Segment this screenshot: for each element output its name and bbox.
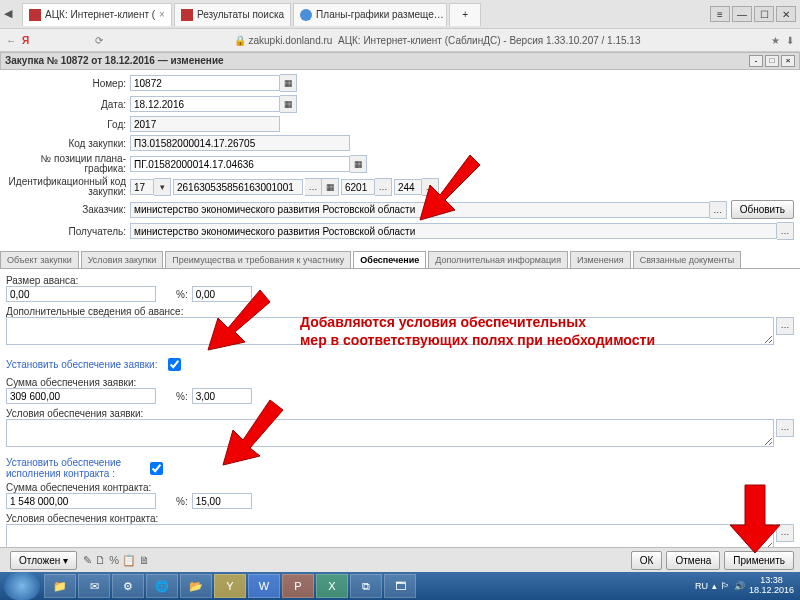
label-ust-zayavka: Установить обеспечение заявки:: [6, 359, 157, 370]
search-icon[interactable]: Я: [22, 35, 29, 46]
toolbar-icons[interactable]: ✎ 🗋 % 📋 🗎: [83, 554, 150, 567]
maximize-icon[interactable]: ☐: [754, 6, 774, 22]
taskbar-app[interactable]: 🌐: [146, 574, 178, 598]
tray-sound-icon[interactable]: 🔊: [734, 581, 745, 591]
arrow-icon: [215, 400, 285, 472]
browser-tab-strip: ◀ АЦК: Интернет-клиент (× Результаты пои…: [0, 0, 800, 29]
download-icon[interactable]: ⬇: [786, 35, 794, 46]
minimize-icon[interactable]: —: [732, 6, 752, 22]
taskbar-app[interactable]: W: [248, 574, 280, 598]
tab-security[interactable]: Обеспечение: [353, 251, 426, 268]
tab-conditions[interactable]: Условия закупки: [81, 251, 164, 268]
input-ident-b: [173, 179, 303, 195]
input-sum-kontrakt-pct[interactable]: [192, 493, 252, 509]
taskbar-app[interactable]: Y: [214, 574, 246, 598]
reload-icon[interactable]: ⟳: [95, 35, 103, 46]
panel-title: Закупка № 10872 от 18.12.2016 — изменени…: [5, 55, 224, 67]
taskbar-app[interactable]: 📂: [180, 574, 212, 598]
expand-icon[interactable]: …: [776, 317, 794, 335]
calendar-icon[interactable]: ▦: [280, 95, 297, 113]
taskbar: 📁 ✉ ⚙ 🌐 📂 Y W P X ⧉ 🗔 RU ▴ 🏳 🔊 13:3818.1…: [0, 572, 800, 600]
textarea-usl-zayavka[interactable]: [6, 419, 774, 447]
svg-marker-2: [223, 400, 283, 465]
panel-maximize-icon[interactable]: □: [765, 55, 779, 67]
taskbar-app[interactable]: 🗔: [384, 574, 416, 598]
expand-icon[interactable]: …: [776, 419, 794, 437]
input-ident-a: [130, 179, 154, 195]
label-sum-zayavka: Сумма обеспечения заявки:: [6, 377, 794, 388]
status-button[interactable]: Отложен ▾: [10, 551, 77, 570]
taskbar-app[interactable]: ✉: [78, 574, 110, 598]
lookup-icon[interactable]: ▦: [350, 155, 367, 173]
tab-requirements[interactable]: Преимущества и требования к участнику: [165, 251, 351, 268]
start-button[interactable]: [4, 572, 40, 600]
back-icon[interactable]: ◀: [4, 7, 18, 21]
label-poz: № позиции плана-графика:: [6, 154, 130, 174]
label-nomer: Номер:: [6, 78, 130, 89]
label-pct: %:: [176, 496, 188, 507]
taskbar-app[interactable]: 📁: [44, 574, 76, 598]
input-ident-c: [341, 179, 375, 195]
tray-up-icon[interactable]: ▴: [712, 581, 717, 591]
close-icon[interactable]: ✕: [776, 6, 796, 22]
panel-close-icon[interactable]: ×: [781, 55, 795, 67]
tab-favicon: [181, 9, 193, 21]
url-display[interactable]: 🔒 zakupki.donland.ru АЦК: Интернет-клиен…: [109, 35, 765, 46]
menu-icon[interactable]: ≡: [710, 6, 730, 22]
input-sum-kontrakt[interactable]: [6, 493, 156, 509]
taskbar-app[interactable]: ⚙: [112, 574, 144, 598]
address-bar: ←Я⟳ 🔒 zakupki.donland.ru АЦК: Интернет-к…: [0, 29, 800, 52]
input-nomer[interactable]: [130, 75, 280, 91]
taskbar-app[interactable]: X: [316, 574, 348, 598]
tab-object[interactable]: Объект закупки: [0, 251, 79, 268]
tray-flag-icon[interactable]: 🏳: [721, 581, 730, 591]
label-usl-zayavka: Условия обеспечения заявки:: [6, 408, 794, 419]
browser-tab-1[interactable]: АЦК: Интернет-клиент (×: [22, 3, 172, 26]
panel-minimize-icon[interactable]: -: [749, 55, 763, 67]
input-god: [130, 116, 280, 132]
lookup-icon[interactable]: …: [375, 178, 392, 196]
close-tab-icon[interactable]: ×: [159, 9, 165, 20]
label-pct: %:: [176, 391, 188, 402]
lookup-icon[interactable]: …: [305, 178, 322, 196]
tab-favicon: [29, 9, 41, 21]
input-data[interactable]: [130, 96, 280, 112]
lookup-icon[interactable]: ▦: [322, 178, 339, 196]
tab-additional[interactable]: Дополнительная информация: [428, 251, 568, 268]
detail-tabs: Объект закупки Условия закупки Преимущес…: [0, 251, 800, 269]
label-avans: Размер аванса:: [6, 275, 794, 286]
checkbox-ust-kontrakt[interactable]: [150, 462, 163, 475]
tab-related[interactable]: Связанные документы: [633, 251, 742, 268]
svg-marker-0: [420, 155, 480, 220]
tray-lang[interactable]: RU: [695, 581, 708, 591]
panel-title-bar: Закупка № 10872 от 18.12.2016 — изменени…: [0, 52, 800, 70]
arrow-icon: [410, 155, 480, 227]
refresh-button[interactable]: Обновить: [731, 200, 794, 219]
label-usl-kontrakt: Условия обеспечения контракта:: [6, 513, 794, 524]
taskbar-app[interactable]: ⧉: [350, 574, 382, 598]
dropdown-icon[interactable]: ▾: [154, 178, 171, 196]
bookmark-icon[interactable]: ★: [771, 35, 780, 46]
input-sum-zayavka[interactable]: [6, 388, 156, 404]
taskbar-app[interactable]: P: [282, 574, 314, 598]
nav-back-icon[interactable]: ←: [6, 35, 16, 46]
lookup-icon[interactable]: …: [777, 222, 794, 240]
label-kod: Код закупки:: [6, 138, 130, 149]
tray-clock[interactable]: 13:3818.12.2016: [749, 576, 794, 596]
label-zakazchik: Заказчик:: [6, 204, 130, 215]
ok-button[interactable]: ОК: [631, 551, 663, 570]
label-ust-kontrakt: Установить обеспечение исполнения контра…: [6, 457, 146, 479]
label-ident: Идентификационный код закупки:: [6, 177, 130, 197]
tab-changes[interactable]: Изменения: [570, 251, 631, 268]
system-tray[interactable]: RU ▴ 🏳 🔊 13:3818.12.2016: [695, 576, 800, 596]
new-tab-button[interactable]: +: [449, 3, 481, 26]
browser-tab-2[interactable]: Результаты поиска: [174, 3, 291, 26]
checkbox-ust-zayavka[interactable]: [168, 358, 181, 371]
lookup-icon[interactable]: …: [710, 201, 727, 219]
browser-tab-3[interactable]: Планы-графики размеще…: [293, 3, 447, 26]
input-poz[interactable]: [130, 156, 350, 172]
lookup-icon[interactable]: ▦: [280, 74, 297, 92]
input-avans[interactable]: [6, 286, 156, 302]
cancel-button[interactable]: Отмена: [666, 551, 720, 570]
annotation-text: Добавляются условия обеспечительных мер …: [300, 313, 655, 349]
